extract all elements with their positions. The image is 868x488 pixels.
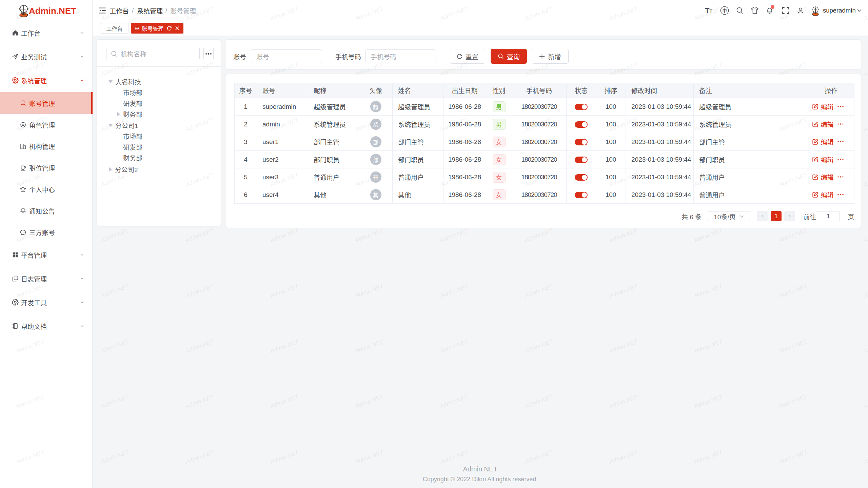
svg-text:中: 中 [722,8,727,13]
